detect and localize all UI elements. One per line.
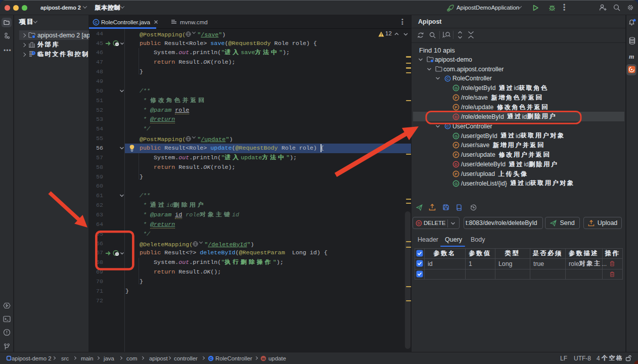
svg-text:D: D <box>454 162 458 167</box>
svg-text:C: C <box>446 124 449 128</box>
svg-text:C: C <box>446 76 449 81</box>
svg-text:P: P <box>454 143 458 148</box>
svg-text:G: G <box>454 181 458 186</box>
svg-text:P: P <box>454 96 458 100</box>
svg-text:D: D <box>418 221 421 225</box>
svg-text:P: P <box>454 105 458 110</box>
svg-text:P: P <box>454 153 458 157</box>
svg-text:C: C <box>95 20 98 25</box>
svg-text:P: P <box>454 172 458 176</box>
svg-text:m: m <box>262 357 265 360</box>
svg-text:C: C <box>209 356 212 361</box>
svg-text:D: D <box>454 115 458 119</box>
svg-text:G: G <box>454 86 458 90</box>
svg-text:G: G <box>454 133 458 138</box>
